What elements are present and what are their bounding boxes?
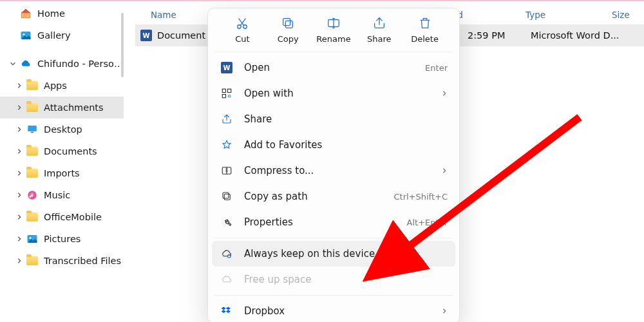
menu-item-always-keep[interactable]: Always keep on this device: [212, 241, 455, 267]
openwith-icon: [220, 88, 234, 99]
menu-item-label: Add to Favorites: [244, 139, 448, 151]
menu-item-favorites[interactable]: Add to Favorites: [212, 132, 455, 158]
spacer: [9, 10, 17, 17]
cloud-icon: [220, 274, 234, 285]
onedrive-icon: [19, 57, 32, 70]
copypath-icon: [220, 191, 234, 202]
chevron-down-icon: [9, 60, 17, 68]
svg-rect-9: [286, 21, 293, 28]
svg-rect-12: [222, 89, 225, 92]
star-icon: [220, 139, 234, 151]
share-button[interactable]: Share: [360, 16, 399, 44]
sidebar-item-pictures[interactable]: Pictures: [0, 228, 124, 250]
menu-item-label: Copy as path: [244, 191, 393, 202]
folder-icon: [26, 101, 39, 114]
tool-label: Rename: [316, 34, 350, 44]
file-date: 2:59 PM: [468, 30, 505, 41]
delete-icon: [418, 16, 432, 30]
svg-point-1: [23, 33, 25, 35]
sidebar-item-label: Home: [37, 8, 124, 19]
music-icon: [26, 189, 39, 202]
sidebar-item-label: Imports: [44, 168, 124, 178]
pictures-icon: [26, 232, 39, 245]
chevron-right-icon: [15, 126, 23, 133]
rename-icon: [327, 16, 341, 30]
sidebar-item-officemobile[interactable]: OfficeMobile: [0, 206, 124, 228]
copy-button[interactable]: Copy: [269, 16, 307, 44]
menu-item-dropbox[interactable]: Dropbox: [212, 298, 455, 322]
menu-item-label: Compress to...: [244, 165, 441, 176]
sidebar-item-attachments[interactable]: Attachments: [0, 97, 124, 118]
sidebar-item-label: Apps: [44, 80, 124, 91]
home-icon: [19, 7, 32, 20]
chevron-right-icon: [15, 213, 23, 221]
sidebar-item-label: Music: [44, 190, 124, 200]
column-header-size[interactable]: Size: [612, 10, 638, 20]
sidebar-scrollbar[interactable]: [121, 13, 124, 77]
column-header-type[interactable]: Type: [526, 10, 571, 20]
sidebar-item-onedrive[interactable]: Chifundo - Personal: [0, 53, 124, 75]
cloud-down-icon: [220, 248, 234, 260]
sidebar-item-label: Chifundo - Personal: [37, 59, 124, 69]
chevron-right-icon: [441, 305, 448, 317]
chevron-right-icon: [15, 104, 23, 111]
svg-rect-2: [28, 126, 37, 131]
sidebar-item-imports[interactable]: Imports: [0, 162, 124, 184]
menu-item-open[interactable]: W Open Enter: [212, 55, 455, 80]
file-name: Document: [157, 30, 213, 41]
menu-item-label: Free up space: [244, 274, 448, 285]
menu-item-compress[interactable]: Compress to...: [212, 158, 455, 184]
svg-rect-18: [223, 193, 229, 198]
separator: [214, 52, 453, 52]
sidebar-item-label: Desktop: [44, 124, 124, 135]
sidebar-item-music[interactable]: Music: [0, 184, 124, 206]
menu-item-share[interactable]: Share: [212, 106, 455, 132]
word-icon: W: [140, 30, 153, 41]
sidebar-item-home[interactable]: Home: [0, 3, 124, 24]
context-menu: Cut Copy Rename Share Delete: [207, 8, 460, 322]
menu-item-properties[interactable]: Properties Alt+Enter: [212, 209, 455, 235]
chevron-right-icon: [15, 147, 23, 155]
folder-icon: [26, 167, 39, 180]
menu-item-label: Dropbox: [244, 305, 441, 317]
svg-rect-14: [222, 95, 225, 98]
spacer: [9, 32, 17, 39]
folder-icon: [26, 254, 39, 267]
sidebar-item-transcribed[interactable]: Transcribed Files: [0, 250, 124, 272]
tool-label: Cut: [235, 34, 249, 44]
sidebar-item-desktop[interactable]: Desktop: [0, 118, 124, 140]
context-menu-toolbar: Cut Copy Rename Share Delete: [212, 16, 455, 49]
menu-item-open-with[interactable]: Open with: [212, 80, 455, 106]
cut-button[interactable]: Cut: [223, 16, 261, 44]
sidebar-item-label: Documents: [44, 146, 124, 156]
svg-point-6: [30, 237, 32, 239]
chevron-right-icon: [441, 165, 448, 176]
picture-icon: [19, 29, 32, 42]
rename-button[interactable]: Rename: [314, 16, 353, 44]
sidebar: Home Gallery Chifundo - Personal Apps At…: [0, 3, 124, 322]
copy-icon: [281, 16, 295, 30]
chevron-right-icon: [441, 88, 448, 99]
compress-icon: [220, 165, 234, 176]
share-icon: [372, 16, 386, 30]
folder-icon: [26, 211, 39, 223]
menu-item-accel: Enter: [425, 63, 448, 73]
svg-rect-13: [228, 89, 231, 92]
sidebar-item-label: Gallery: [37, 30, 124, 41]
share-icon: [220, 113, 234, 125]
sidebar-item-gallery[interactable]: Gallery: [0, 24, 124, 46]
sidebar-item-documents[interactable]: Documents: [0, 140, 124, 162]
chevron-right-icon: [15, 169, 23, 177]
separator: [214, 238, 453, 238]
delete-button[interactable]: Delete: [406, 16, 444, 44]
sidebar-item-apps[interactable]: Apps: [0, 75, 124, 97]
tool-label: Share: [367, 34, 392, 44]
menu-item-copy-path[interactable]: Copy as path Ctrl+Shift+C: [212, 184, 455, 209]
separator: [214, 295, 453, 296]
menu-item-label: Always keep on this device: [244, 248, 448, 260]
svg-rect-3: [31, 132, 34, 133]
menu-item-label: Share: [244, 113, 448, 125]
word-icon: W: [220, 62, 234, 73]
menu-item-label: Properties: [244, 216, 407, 228]
menu-item-label: Open: [244, 62, 425, 73]
